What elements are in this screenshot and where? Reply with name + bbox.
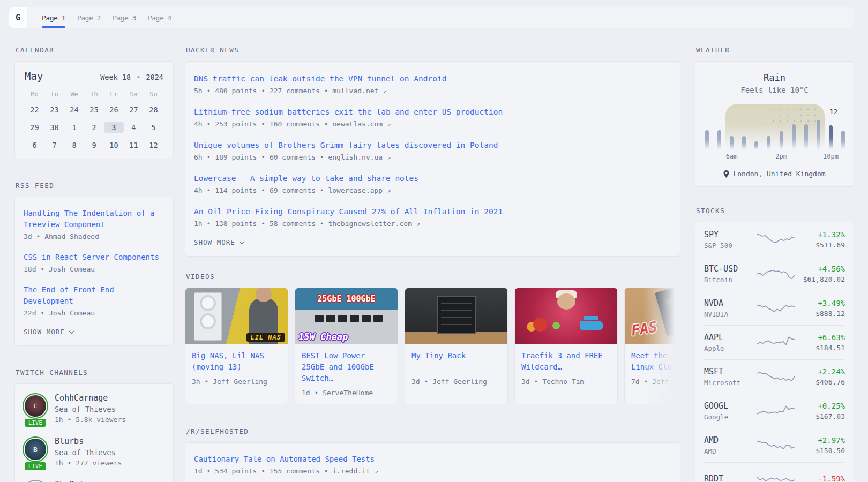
videos-section-title: VIDEOS [186,273,680,281]
thumbnail-art [200,313,216,329]
item-meta: 22d • Josh Comeau [24,309,164,317]
rain-dots-pattern [770,107,820,126]
video-title-link[interactable]: Big NAS, Lil NAS (moving 13) [192,350,281,373]
video-title-link[interactable]: Traefik 3 and FREE Wildcard… [521,350,611,373]
video-title-link[interactable]: Meet the r Linux Clus [631,350,680,373]
list-item: The End of Front-End Development22d • Jo… [24,284,164,317]
stock-row-rddt[interactable]: RDDT-1.59% [704,462,845,482]
calendar-day: 30 [44,122,64,133]
hacker-news-show-more-button[interactable]: SHOW MORE [194,238,671,246]
calendar-grid: 222324252627282930123456789101112 [25,104,163,151]
video-thumbnail[interactable]: LIL NAS [185,288,288,344]
twitch-channel-row: BLIVEBlurbsSea of Thieves1h • 277 viewer… [23,436,166,467]
video-meta: 3d • Jeff Geerling [411,378,501,386]
avatar[interactable]: B [25,439,46,460]
stock-values: -1.59% [796,475,845,482]
stock-symbol: NVDA [704,298,755,308]
nav-tab-page-2[interactable]: Page 2 [71,7,107,28]
hacker-news-item-link[interactable]: Lowercase – A simple way to take and sha… [194,172,671,184]
selfhosted-item-link[interactable]: Cautionary Tale on Automated Speed Tests [194,454,671,465]
sparkline-chart [757,232,795,247]
item-meta: 4h • 253 points • 160 comments • newatla… [194,120,671,128]
stock-symbol: GOOGL [704,401,755,411]
stock-change: +0.25% [796,402,845,410]
rss-item-link[interactable]: Handling The Indentation of a Treeview C… [24,208,164,230]
stock-info: SPYS&P 500 [704,230,755,250]
twitch-channel-link[interactable]: ThePrimeagen [55,480,113,482]
weather-bar [705,130,709,149]
nav-tab-page-1[interactable]: Page 1 [36,7,71,28]
list-item: Lithium-free sodium batteries exit the l… [194,106,671,128]
selfhosted-section-title: /R/SELFHOSTED [186,427,680,435]
video-thumbnail[interactable]: FAS [625,288,680,344]
twitch-game-label: Sea of Thieves [55,448,122,457]
twitch-channel-list: CLIVECohhCarnageSea of Thieves1h • 5.8k … [23,393,166,482]
video-title-link[interactable]: BEST Low Power 25GbE and 100GbE Switch… [302,350,391,384]
rss-item-link[interactable]: CSS in React Server Components [24,252,164,263]
stock-sparkline [755,267,796,282]
hacker-news-item-link[interactable]: Lithium-free sodium batteries exit the l… [194,106,671,118]
stocks-widget: SPYS&P 500+1.32%$511.69BTC-USDBitcoin+4.… [695,222,854,482]
stock-values: +1.32%$511.69 [796,230,845,249]
daytime-region [725,104,825,149]
hacker-news-item-link[interactable]: Unique volumes of Brothers Grimm fairy t… [194,139,671,151]
hacker-news-item-link[interactable]: An Oil Price-Fixing Conspiracy Caused 27… [194,206,671,217]
stock-info: GOOGLGoogle [704,401,755,421]
hacker-news-show-more-label: SHOW MORE [194,238,235,246]
calendar-day: 29 [25,122,44,133]
video-card-body: Meet the r Linux Clus7d • Jeff Geerling [625,344,680,393]
calendar-day: 11 [124,139,144,151]
stock-values: +6.63%$184.51 [796,333,845,352]
sparkline-chart [757,301,795,316]
stock-row-aapl[interactable]: AAPLApple+6.63%$184.51 [704,325,845,359]
calendar-day: 6 [25,139,44,151]
calendar-section-title: CALENDAR [16,46,174,54]
twitch-channel-link[interactable]: CohhCarnage [55,393,126,403]
external-link-icon: ↗ [371,468,378,475]
stock-info: BTC-USDBitcoin [704,264,755,284]
app-logo[interactable]: G [9,7,27,28]
stock-change: +1.32% [796,230,845,239]
video-card: LIL NASBig NAS, Lil NAS (moving 13)3h • … [185,288,288,404]
nav-tab-page-4[interactable]: Page 4 [142,7,177,28]
external-link-icon: ↗ [384,187,391,194]
hacker-news-item-link[interactable]: DNS traffic can leak outside the VPN tun… [194,73,671,85]
stock-row-spy[interactable]: SPYS&P 500+1.32%$511.69 [704,222,845,257]
stock-row-amd[interactable]: AMDAMD+2.97%$150.50 [704,428,845,462]
thumbnail-art [679,290,680,297]
stock-price: $150.50 [796,447,845,455]
stock-row-btc-usd[interactable]: BTC-USDBitcoin+4.56%$61,820.02 [704,257,845,291]
rss-show-more-button[interactable]: SHOW MORE [24,328,164,336]
weather-bar [804,124,808,149]
thumbnail-art [580,321,603,330]
weather-widget: Rain Feels like 10°C 12° 6am2pm10pm Lond… [695,61,854,187]
video-thumbnail[interactable] [515,288,617,344]
stock-info: AAPLApple [704,333,755,352]
thumbnail-art [362,315,371,322]
stock-row-nvda[interactable]: NVDANVIDIA+3.49%$888.12 [704,291,845,325]
stock-row-googl[interactable]: GOOGLGoogle+0.25%$167.03 [704,394,845,428]
avatar[interactable]: C [25,395,46,417]
video-card: My Tiny Rack3d • Jeff Geerling [405,288,508,404]
twitch-channel-link[interactable]: Blurbs [55,436,122,446]
video-thumbnail[interactable] [405,288,507,344]
middle-column: HACKER NEWS DNS traffic can leak outside… [185,46,680,482]
calendar-day: 4 [124,122,144,133]
video-title-link[interactable]: My Tiny Rack [411,350,501,373]
weather-time-label: 2pm [775,153,787,160]
stock-values: +3.49%$888.12 [796,299,845,318]
video-meta: 3h • Jeff Geerling [192,378,281,386]
stock-change: +3.49% [796,299,845,307]
video-thumbnail[interactable]: 25GbE 100GbE15W Cheap [295,288,398,344]
chevron-down-icon [69,328,74,334]
rss-item-link[interactable]: The End of Front-End Development [24,284,164,307]
thumbnail-art [655,288,680,336]
video-meta: 1d • ServeTheHome [302,389,391,397]
calendar-day: 1 [64,122,84,133]
nav-tab-page-3[interactable]: Page 3 [107,7,142,28]
thumbnail-art [315,315,383,322]
stock-row-msft[interactable]: MSFTMicrosoft+2.24%$406.76 [704,359,845,394]
twitch-channel-row: CLIVECohhCarnageSea of Thieves1h • 5.8k … [23,393,166,424]
calendar-day-header: Sa [124,91,144,98]
selfhosted-widget: Cautionary Tale on Automated Speed Tests… [185,442,680,482]
